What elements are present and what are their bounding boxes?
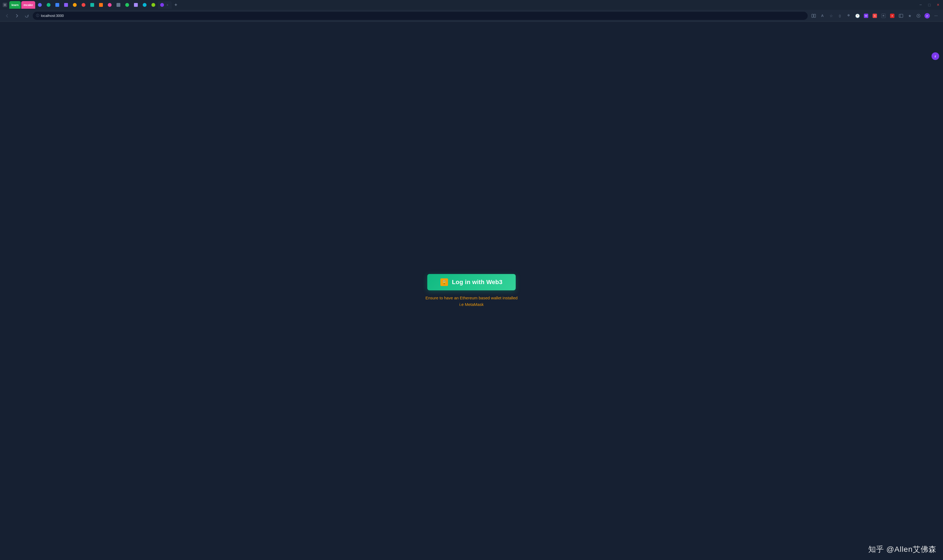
tab-14-favicon xyxy=(134,3,138,7)
tab-7[interactable] xyxy=(71,1,79,9)
tab-3[interactable] xyxy=(36,1,44,9)
tab-active[interactable]: × xyxy=(158,1,171,9)
tab-13[interactable] xyxy=(123,1,131,9)
back-button[interactable] xyxy=(3,12,11,20)
dev-tools-icon[interactable]: {} xyxy=(836,12,844,20)
tab-11[interactable] xyxy=(106,1,114,9)
vpn-icon[interactable] xyxy=(915,12,922,20)
user-avatar[interactable]: r xyxy=(932,52,939,60)
wallet-hint: Ensure to have an Ethereum based wallet … xyxy=(425,295,518,308)
forward-button[interactable] xyxy=(13,12,21,20)
sidebar-toggle-icon[interactable] xyxy=(897,12,905,20)
tab-12[interactable] xyxy=(114,1,122,9)
new-tab-button[interactable]: + xyxy=(172,1,180,9)
tab-3-favicon xyxy=(38,3,42,7)
tab-16-favicon xyxy=(151,3,155,7)
font-icon[interactable]: A xyxy=(819,12,826,20)
tab-16[interactable] xyxy=(149,1,157,9)
login-web3-button[interactable]: 🔒 Log in with Web3 xyxy=(427,274,515,290)
hint-line-1: Ensure to have an Ethereum based wallet … xyxy=(425,295,518,301)
tab-15[interactable] xyxy=(140,1,149,9)
profile-icon[interactable]: r xyxy=(923,12,931,20)
svg-point-7 xyxy=(918,15,919,16)
svg-rect-3 xyxy=(814,14,816,17)
wallet-toolbar-icon[interactable]: W xyxy=(862,12,870,20)
svg-point-1 xyxy=(4,4,6,6)
address-bar: ⓘ localhost:3000 A ☆ {} 🕐 W xyxy=(0,10,943,22)
browser-app-icon[interactable] xyxy=(1,1,9,9)
history-icon[interactable]: 🕐 xyxy=(853,12,861,20)
tab-8-favicon xyxy=(82,3,85,7)
tab-mcake[interactable]: mcake xyxy=(21,1,35,9)
address-text: localhost:3000 xyxy=(41,14,64,18)
tab-6-favicon xyxy=(64,3,68,7)
tab-active-close[interactable]: × xyxy=(166,3,170,7)
tab-active-favicon xyxy=(160,3,164,7)
address-input[interactable]: ⓘ localhost:3000 xyxy=(33,12,808,20)
hint-line-2: i.e MetaMask xyxy=(425,301,518,308)
readwise-icon[interactable]: R xyxy=(880,12,887,20)
toolbar-icons: A ☆ {} 🕐 W S R X xyxy=(810,12,940,20)
tab-15-favicon xyxy=(143,3,147,7)
tab-mcake-label: mcake xyxy=(23,3,33,6)
watermark: 知乎 @Allen艾佛森 xyxy=(868,544,937,555)
extra-icon-1[interactable]: X xyxy=(888,12,896,20)
split-view-icon[interactable] xyxy=(810,12,818,20)
tab-10[interactable] xyxy=(97,1,105,9)
tab-learn-label: learn xyxy=(11,3,19,6)
tab-5-favicon xyxy=(56,3,59,7)
svg-rect-4 xyxy=(899,14,903,17)
close-window-button[interactable]: × xyxy=(934,1,942,9)
tab-4[interactable] xyxy=(45,1,52,9)
tab-9-favicon xyxy=(90,3,94,7)
tab-learn[interactable]: learn xyxy=(9,1,21,9)
tab-9[interactable] xyxy=(88,1,96,9)
svg-rect-2 xyxy=(812,14,813,17)
shield-icon[interactable]: S xyxy=(871,12,878,20)
star-pinned-icon[interactable]: ★ xyxy=(906,12,914,20)
tab-4-favicon xyxy=(47,3,51,7)
security-icon: ⓘ xyxy=(36,13,39,18)
tab-5[interactable] xyxy=(53,1,62,9)
tab-12-favicon xyxy=(117,3,120,7)
tab-7-favicon xyxy=(73,3,77,7)
extensions-icon[interactable] xyxy=(845,12,852,20)
more-options-icon[interactable]: ··· xyxy=(932,12,940,20)
tab-11-favicon xyxy=(108,3,112,7)
tab-13-favicon xyxy=(125,3,129,7)
minimize-button[interactable]: − xyxy=(917,1,924,9)
tab-14[interactable] xyxy=(132,1,140,9)
main-content: r 🔒 Log in with Web3 Ensure to have an E… xyxy=(0,22,943,560)
login-button-label: Log in with Web3 xyxy=(452,278,502,286)
tab-8[interactable] xyxy=(79,1,88,9)
login-container: 🔒 Log in with Web3 Ensure to have an Eth… xyxy=(425,274,518,308)
bookmark-icon[interactable]: ☆ xyxy=(827,12,835,20)
browser-chrome: learn mcake xyxy=(0,0,943,22)
wallet-icon: 🔒 xyxy=(440,278,448,286)
tab-10-favicon xyxy=(99,3,103,7)
refresh-button[interactable] xyxy=(23,12,31,20)
maximize-button[interactable]: □ xyxy=(926,1,933,9)
tab-6[interactable] xyxy=(62,1,70,9)
tab-bar: learn mcake xyxy=(0,0,943,10)
